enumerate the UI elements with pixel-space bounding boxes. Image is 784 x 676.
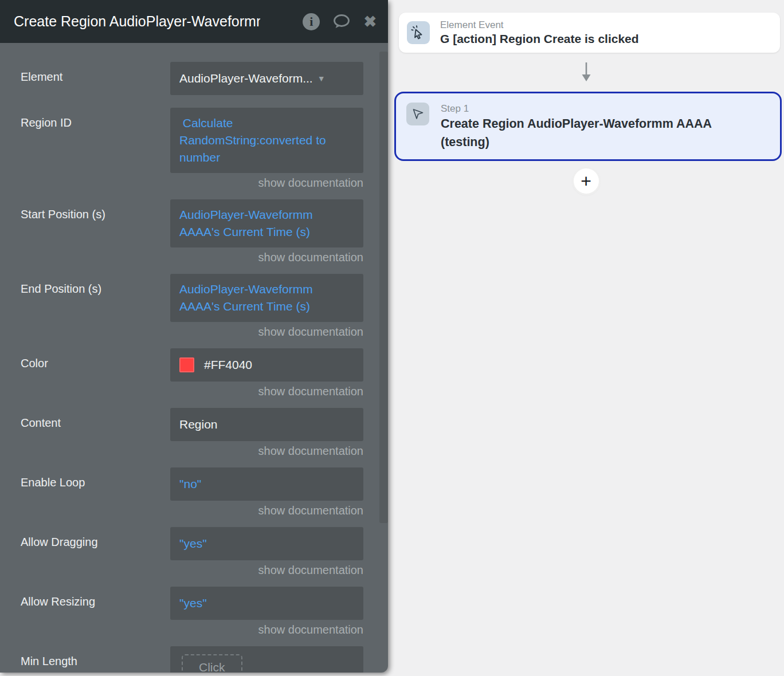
end-position-input[interactable]: AudioPlayer-Waveformm AAAA's Current Tim…	[170, 274, 363, 322]
show-documentation-link[interactable]: show documentation	[258, 385, 363, 398]
field-label: Content	[21, 408, 170, 430]
content-input[interactable]: Region	[170, 408, 363, 441]
event-type-label: Element Event	[440, 19, 639, 31]
step-title: Create Region AudioPlayer-Waveformm AAAA…	[441, 115, 739, 151]
start-position-input[interactable]: AudioPlayer-Waveformm AAAA's Current Tim…	[170, 199, 363, 247]
show-documentation-link[interactable]: show documentation	[258, 176, 363, 189]
field-label: Min Length	[21, 646, 170, 669]
cursor-click-icon	[407, 21, 430, 44]
field-row-min-length: Min Length Click	[21, 646, 388, 673]
add-step-button[interactable]: +	[574, 168, 599, 194]
field-label: End Position (s)	[21, 274, 170, 296]
cursor-pointer-icon	[406, 103, 429, 125]
field-label: Enable Loop	[21, 467, 170, 490]
field-row-allow-resizing: Allow Resizing "yes"	[21, 587, 388, 620]
field-row-color: Color #FF4040	[21, 348, 388, 382]
panel-scrollbar-thumb[interactable]	[379, 52, 388, 523]
field-label: Allow Dragging	[21, 527, 170, 549]
element-dropdown-value: AudioPlayer-Waveform...	[179, 70, 313, 87]
allow-dragging-input[interactable]: "yes"	[170, 527, 363, 560]
enable-loop-input[interactable]: "no"	[170, 467, 363, 501]
color-swatch[interactable]	[179, 357, 194, 372]
region-id-input[interactable]: Calculate RandomString:converted to numb…	[170, 108, 363, 173]
field-row-region-id: Region ID Calculate RandomString:convert…	[21, 108, 388, 173]
doc-row: show documentation	[21, 445, 363, 457]
field-row-content: Content Region	[21, 408, 388, 441]
panel-header: Create Region AudioPlayer-Waveformm AAAA…	[0, 0, 388, 43]
color-value: #FF4040	[204, 356, 252, 374]
color-input[interactable]: #FF4040	[170, 348, 363, 382]
min-length-click-button[interactable]: Click	[182, 654, 242, 673]
field-row-element: Element AudioPlayer-Waveform... ▼	[21, 62, 388, 95]
show-documentation-link[interactable]: show documentation	[258, 504, 363, 517]
field-row-end-position: End Position (s) AudioPlayer-Waveformm A…	[21, 274, 388, 322]
field-label: Color	[21, 348, 170, 371]
doc-row: show documentation	[21, 385, 363, 398]
min-length-input[interactable]: Click	[170, 646, 363, 673]
element-dropdown[interactable]: AudioPlayer-Waveform... ▼	[170, 62, 363, 95]
allow-resizing-input[interactable]: "yes"	[170, 587, 363, 620]
doc-row: show documentation	[21, 623, 363, 636]
workflow-canvas: Element Event G [action] Region Create i…	[388, 0, 784, 676]
show-documentation-link[interactable]: show documentation	[258, 623, 363, 636]
close-icon[interactable]: ✖	[363, 13, 377, 31]
show-documentation-link[interactable]: show documentation	[258, 564, 363, 576]
doc-row: show documentation	[21, 564, 363, 576]
field-label: Region ID	[21, 108, 170, 130]
action-properties-panel: Create Region AudioPlayer-Waveformm AAAA…	[0, 0, 388, 673]
panel-title: Create Region AudioPlayer-Waveformm AAAA…	[14, 13, 260, 30]
field-row-enable-loop: Enable Loop "no"	[21, 467, 388, 501]
field-label: Start Position (s)	[21, 199, 170, 222]
doc-row: show documentation	[21, 176, 363, 189]
step-1-card-selected[interactable]: Step 1 Create Region AudioPlayer-Wavefor…	[394, 92, 782, 161]
doc-row: show documentation	[21, 251, 363, 264]
element-event-card[interactable]: Element Event G [action] Region Create i…	[399, 13, 780, 53]
chevron-down-icon: ▼	[317, 70, 326, 87]
show-documentation-link[interactable]: show documentation	[258, 251, 363, 264]
show-documentation-link[interactable]: show documentation	[258, 325, 363, 338]
field-label: Allow Resizing	[21, 587, 170, 609]
flow-arrow-icon	[388, 53, 784, 92]
fields-list: Element AudioPlayer-Waveform... ▼ Region…	[0, 43, 388, 673]
field-row-start-position: Start Position (s) AudioPlayer-Waveformm…	[21, 199, 388, 247]
doc-row: show documentation	[21, 325, 363, 338]
step-number-label: Step 1	[441, 103, 739, 115]
field-label: Element	[21, 62, 170, 84]
event-title: G [action] Region Create is clicked	[440, 31, 639, 46]
show-documentation-link[interactable]: show documentation	[258, 445, 363, 457]
doc-row: show documentation	[21, 504, 363, 517]
info-icon[interactable]: i	[303, 13, 320, 30]
comment-icon[interactable]	[332, 13, 351, 30]
field-row-allow-dragging: Allow Dragging "yes"	[21, 527, 388, 560]
